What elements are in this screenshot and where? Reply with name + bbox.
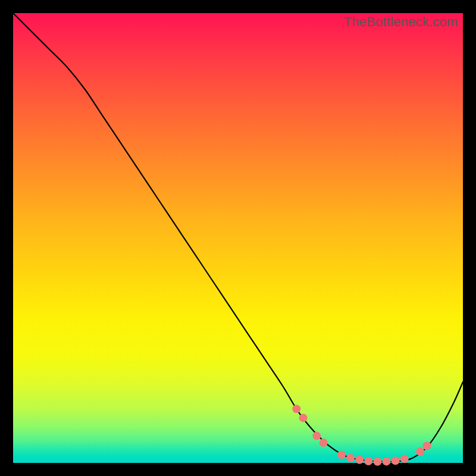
- bottleneck-curve-line: [13, 13, 463, 462]
- curve-marker: [373, 458, 381, 466]
- curve-marker: [299, 414, 308, 422]
- curve-marker: [320, 439, 328, 447]
- curve-marker: [346, 454, 355, 462]
- curve-marker: [292, 405, 300, 413]
- curve-marker: [392, 456, 400, 465]
- curve-marker: [416, 447, 424, 456]
- curve-marker: [364, 457, 372, 465]
- curve-marker: [383, 457, 391, 465]
- chart-frame: TheBottleneck.com: [0, 0, 476, 476]
- plot-area: TheBottleneck.com: [13, 13, 463, 463]
- curve-marker: [337, 450, 346, 459]
- curve-marker: [423, 441, 431, 450]
- curve-markers: [292, 405, 431, 465]
- curve-marker: [355, 456, 364, 464]
- curve-svg: [13, 13, 463, 463]
- curve-marker: [312, 432, 321, 440]
- curve-marker: [400, 455, 409, 463]
